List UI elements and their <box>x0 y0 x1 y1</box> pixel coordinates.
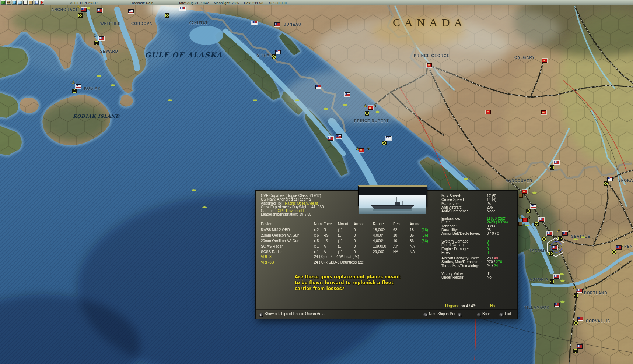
airfield-marker[interactable] <box>272 54 276 59</box>
back-button[interactable]: ➔Back <box>476 312 490 317</box>
device-cell: 5in/38 Mk12 OBR <box>261 227 314 233</box>
operations-icon-button[interactable] <box>23 0 28 5</box>
globe-icon-button[interactable] <box>12 0 17 5</box>
airfield-marker[interactable] <box>382 141 387 145</box>
anchor-marker[interactable]: ⚓ <box>356 146 360 151</box>
us-flag-marker[interactable] <box>274 22 280 26</box>
airfield-marker[interactable] <box>534 222 539 226</box>
device-cell: (1) <box>338 233 354 238</box>
airfield-marker[interactable] <box>78 13 83 18</box>
plane-marker[interactable]: ✈ <box>374 104 377 108</box>
plane-marker[interactable]: ✈ <box>367 147 370 151</box>
us-flag-marker[interactable] <box>531 204 536 208</box>
squadron-link[interactable]: VRF-3F <box>261 254 314 259</box>
us-flag-marker[interactable] <box>386 136 391 140</box>
next-ship-button[interactable]: ◀Next Ship in Port▶ <box>422 312 463 317</box>
flight-deck <box>371 205 414 206</box>
anchor-marker[interactable]: ⚓ <box>548 243 552 247</box>
plane-marker[interactable]: ✈ <box>584 286 588 290</box>
airfield-marker[interactable] <box>526 209 531 213</box>
airfield-marker[interactable] <box>573 349 578 353</box>
airfield-marker[interactable] <box>550 279 554 284</box>
us-flag-marker[interactable] <box>99 36 104 40</box>
us-flag-marker[interactable] <box>539 218 544 222</box>
red-flag-marker[interactable] <box>486 110 491 114</box>
airfield-marker[interactable] <box>165 13 169 18</box>
us-flag-marker[interactable] <box>275 50 281 54</box>
stat-row: Anti-Submarine:None <box>441 209 515 213</box>
airfield-marker[interactable] <box>574 293 578 298</box>
us-flag-marker[interactable] <box>577 289 583 293</box>
anchor-marker[interactable]: ⚓ <box>573 285 577 289</box>
box-marker[interactable] <box>518 222 522 226</box>
us-flag-marker[interactable] <box>97 8 102 13</box>
us-flag-marker[interactable] <box>180 7 185 11</box>
arrow-right-icon: ➔ <box>477 313 481 317</box>
squadron-link[interactable]: VRF-3B <box>261 259 314 265</box>
anchor-marker[interactable]: ⚓ <box>71 80 75 84</box>
upgrade-label[interactable]: Upgrade <box>445 304 459 308</box>
us-flag-marker[interactable] <box>577 317 583 321</box>
plane-marker[interactable]: ✈ <box>560 243 563 247</box>
terrain-icon-button[interactable] <box>1 0 6 5</box>
airfield-marker[interactable] <box>72 89 77 93</box>
us-flag-marker[interactable] <box>577 344 583 349</box>
us-flag-marker[interactable] <box>345 92 350 96</box>
airfield-marker[interactable] <box>558 236 562 241</box>
red-flag-marker[interactable] <box>541 110 546 114</box>
red-flag-marker[interactable] <box>542 59 547 63</box>
show-all-ships-button[interactable]: ▶Show all ships of Pacific Ocean Areas <box>258 312 326 317</box>
plane-marker[interactable]: ✈ <box>567 229 571 233</box>
anchor-marker[interactable]: ⚓ <box>93 33 97 37</box>
us-flag-marker[interactable] <box>554 161 559 165</box>
us-flag-marker[interactable] <box>562 232 568 236</box>
airfield-marker[interactable] <box>550 165 554 170</box>
us-flag-marker[interactable] <box>81 8 87 12</box>
us-flag-marker[interactable] <box>128 9 134 13</box>
stat-value: 0 <box>487 251 489 255</box>
us-flag-marker[interactable] <box>616 245 622 250</box>
us-flag-marker[interactable] <box>315 85 321 89</box>
plane-marker[interactable]: ✈ <box>528 186 531 190</box>
red-flag-marker[interactable] <box>427 63 432 67</box>
airfield-marker[interactable] <box>542 237 546 241</box>
plane-marker[interactable]: ✈ <box>528 216 531 220</box>
arrow-left-icon[interactable]: ◀ <box>423 313 428 317</box>
plane-marker[interactable]: ✈ <box>621 243 625 247</box>
moonlight-icon-button[interactable] <box>34 0 39 5</box>
us-flag-marker[interactable] <box>252 21 257 25</box>
us-flag-marker[interactable] <box>76 84 81 88</box>
us-flag-marker[interactable] <box>607 177 613 181</box>
airfield-marker[interactable] <box>94 41 99 45</box>
device-cell: (1) <box>338 227 354 233</box>
red-flag-marker[interactable] <box>359 148 364 152</box>
arrow-right-icon[interactable]: ▶ <box>458 313 462 317</box>
red-flag-marker[interactable] <box>368 106 373 110</box>
red-flag-marker[interactable] <box>522 218 528 222</box>
us-flag-marker[interactable] <box>552 245 557 250</box>
box-marker[interactable] <box>519 194 523 198</box>
us-flag-marker[interactable] <box>328 137 333 141</box>
entrench-icon-button[interactable] <box>6 0 11 5</box>
airfield-marker[interactable] <box>612 250 616 254</box>
airfield-marker[interactable] <box>549 251 553 256</box>
upgrade-value[interactable]: No <box>490 304 495 308</box>
play-icon-button[interactable] <box>39 0 44 5</box>
map-zoom-icon-button[interactable] <box>17 0 22 5</box>
red-flag-marker[interactable] <box>522 190 527 194</box>
us-flag-marker[interactable] <box>554 275 559 279</box>
anchor-marker[interactable]: ⚓ <box>557 229 561 233</box>
airfield-marker[interactable] <box>604 181 608 186</box>
exit-button[interactable]: ➔Exit <box>498 312 511 317</box>
us-flag-marker[interactable] <box>547 232 552 236</box>
ruler-icon-button[interactable] <box>28 0 33 5</box>
us-flag-marker[interactable] <box>336 134 342 138</box>
anchor-marker[interactable]: ⚓ <box>77 5 80 9</box>
anchor-marker[interactable]: ⚓ <box>364 103 367 107</box>
anchor-marker[interactable]: ⚓ <box>519 215 522 219</box>
device-cell: 36 <box>410 233 422 238</box>
ship-header: CVE Copahee (Bogue Class 6/1942)US Navy,… <box>261 194 324 217</box>
us-flag-marker[interactable] <box>554 303 560 307</box>
airfield-marker[interactable] <box>365 111 369 116</box>
airfield-marker[interactable] <box>574 321 578 325</box>
